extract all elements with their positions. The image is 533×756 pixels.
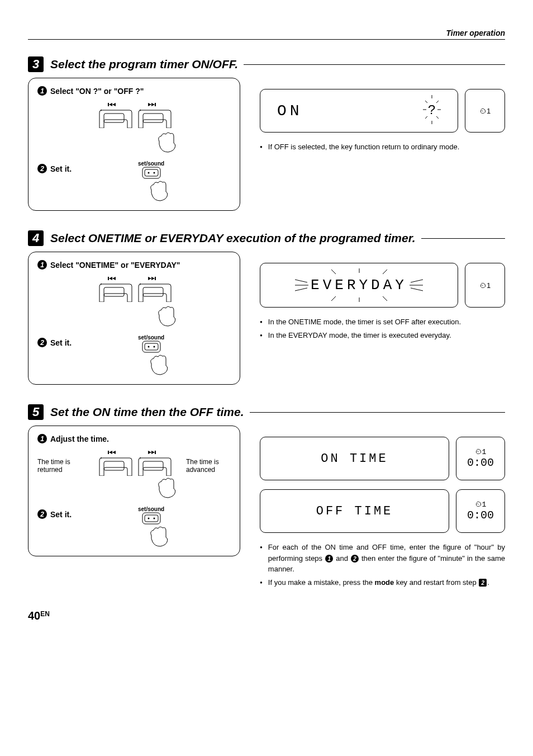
step-4-sub1: 1 Select "ONETIME" or "EVERYDAY": [37, 260, 231, 270]
note-2: If you make a mistake, press the mode ke…: [260, 577, 505, 588]
svg-marker-45: [109, 451, 112, 454]
svg-rect-29: [142, 341, 160, 352]
substep-2-badge: 2: [37, 164, 47, 173]
step-3-header: 3 Select the program timer ON/OFF.: [28, 56, 505, 72]
display-text: EVERYDAY: [311, 277, 407, 294]
svg-rect-52: [143, 461, 163, 470]
svg-marker-3: [148, 103, 151, 106]
step-3-display: ON ?: [260, 89, 458, 133]
step-5-display-on: ON TIME: [260, 437, 449, 480]
substep-1-badge: 1: [37, 260, 47, 270]
rays-right-icon: [407, 271, 423, 299]
hand-press-icon: [37, 304, 231, 329]
step-5-notes: For each of the ON time and OFF time, en…: [260, 542, 505, 588]
display-text: ON: [277, 102, 303, 120]
hand-press-icon: [37, 130, 231, 155]
substep-2-label: Set it.: [50, 510, 72, 519]
step-3-sub2: 2 Set it.: [37, 164, 72, 173]
svg-point-55: [147, 518, 149, 519]
svg-marker-49: [151, 451, 155, 454]
step-5-header: 5 Set the ON time then the OFF time.: [28, 404, 505, 420]
svg-marker-25: [151, 277, 155, 280]
svg-marker-0: [109, 103, 112, 106]
step-5-number: 5: [28, 404, 44, 420]
substep-2-label: Set it.: [50, 338, 72, 347]
set-sound-label: set/sound: [72, 506, 231, 512]
page-footer: 40EN: [28, 609, 505, 622]
substep-1-label: Select "ON ?" or "OFF ?": [50, 87, 144, 96]
step-4-display: EVERYDAY: [260, 263, 458, 308]
display-question-mark: ?: [421, 95, 443, 128]
step-4-header: 4 Select ONETIME or EVERYDAY execution o…: [28, 230, 505, 246]
hand-icon: [154, 130, 182, 153]
svg-marker-24: [148, 277, 151, 280]
rule: [244, 64, 505, 65]
step-4-notes: In the ONETIME mode, the timer is set OF…: [260, 316, 505, 341]
substep-1-label: Adjust the time.: [50, 434, 109, 443]
svg-rect-8: [142, 167, 160, 178]
hand-icon: [146, 525, 174, 547]
svg-rect-28: [143, 287, 163, 296]
page-number: 40: [28, 609, 40, 622]
step-5-off-time-box: ⏲1 0:00: [456, 489, 505, 533]
substep-2-badge: 2: [37, 338, 47, 347]
note-text: If OFF is selected, the key function ret…: [268, 141, 460, 153]
svg-line-19: [436, 116, 439, 119]
rule: [421, 238, 506, 239]
svg-point-31: [147, 346, 149, 348]
substep-1-badge: 1: [37, 86, 47, 96]
svg-rect-27: [104, 287, 124, 296]
svg-rect-54: [145, 515, 158, 522]
step-3-instructions: 1 Select "ON ?" or "OFF ?": [28, 78, 240, 211]
inline-badge-1: 1: [325, 555, 333, 563]
svg-rect-7: [143, 114, 163, 122]
substep-2-label: Set it.: [50, 164, 72, 173]
svg-rect-6: [104, 114, 124, 122]
timer-icon: ⏲1: [479, 107, 491, 115]
set-sound-label: set/sound: [72, 160, 231, 167]
section-title: Timer operation: [446, 29, 505, 37]
svg-rect-50: [155, 451, 156, 454]
step-5-instructions: 1 Adjust the time. The time is returned: [28, 426, 240, 556]
note-text: In the EVERYDAY mode, the timer is execu…: [268, 330, 451, 341]
time-advanced-label: The time is advanced: [186, 448, 231, 474]
display-time: 0:00: [467, 456, 494, 469]
step-3: 3 Select the program timer ON/OFF. 1 Sel…: [28, 56, 505, 211]
step-4-timer-icon-box: ⏲1: [465, 263, 505, 308]
svg-line-16: [425, 101, 427, 103]
timer-icon: ⏲1: [479, 281, 491, 290]
svg-line-35: [295, 288, 307, 291]
hand-icon: [146, 179, 174, 201]
svg-point-10: [147, 172, 149, 174]
svg-rect-5: [155, 103, 156, 106]
skip-buttons-icon: [87, 448, 182, 476]
display-text: ON TIME: [321, 452, 388, 466]
timer-icon: ⏲1: [475, 500, 487, 509]
svg-line-38: [411, 288, 423, 291]
svg-rect-9: [145, 169, 158, 176]
svg-marker-22: [112, 277, 116, 280]
step-3-timer-icon-box: ⏲1: [465, 89, 505, 133]
step-3-notes: If OFF is selected, the key function ret…: [260, 141, 505, 153]
display-time: 0:00: [467, 509, 494, 522]
step-3-title: Select the program timer ON/OFF.: [50, 58, 238, 71]
adjust-time-row: The time is returned The time is advance…: [37, 448, 231, 476]
substep-2-badge: 2: [37, 509, 47, 519]
svg-marker-4: [151, 103, 155, 106]
svg-marker-21: [109, 277, 112, 280]
inline-badge-2: 2: [351, 555, 359, 563]
prev-next-buttons: [37, 100, 231, 130]
set-sound-button-icon: [142, 512, 161, 525]
svg-marker-46: [112, 451, 116, 454]
step-4-instructions: 1 Select "ONETIME" or "EVERYDAY": [28, 252, 240, 385]
set-sound-label: set/sound: [72, 334, 231, 341]
rule: [250, 412, 505, 413]
step-5-sub2: 2 Set it.: [37, 509, 72, 519]
step-5-display-off: OFF TIME: [260, 489, 449, 533]
svg-rect-2: [108, 103, 109, 106]
skip-buttons-icon: [87, 100, 182, 128]
substep-1-badge: 1: [37, 434, 47, 443]
timer-icon: ⏲1: [475, 448, 487, 456]
prev-next-buttons: [37, 274, 231, 304]
inline-step-2: 2: [479, 579, 487, 587]
